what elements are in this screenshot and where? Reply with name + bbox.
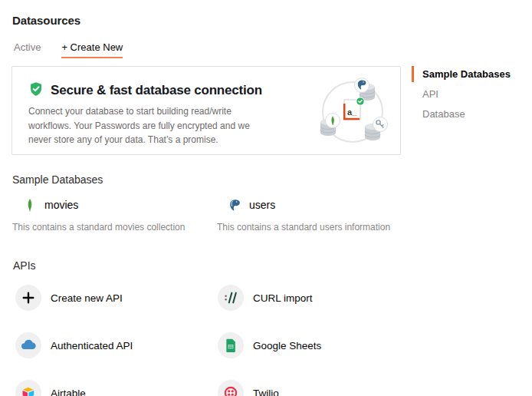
svg-text:_: _: [352, 107, 358, 116]
apis-heading: APIs: [13, 259, 36, 272]
api-item-google-sheets[interactable]: Google Sheets: [218, 332, 321, 358]
cloud-icon: [15, 332, 41, 358]
sample-db-movies[interactable]: movies This contains a standard movies c…: [12, 195, 208, 233]
sample-db-users[interactable]: users This contains a standard users inf…: [217, 195, 412, 233]
banner-heading-row: Secure & fast database connection: [28, 81, 262, 100]
sample-db-users-head: users: [217, 195, 412, 215]
sample-db-label: users: [249, 199, 275, 211]
postgresql-icon: [227, 196, 242, 213]
sample-db-description: This contains a standard movies collecti…: [12, 222, 208, 233]
sample-db-label: movies: [44, 199, 78, 211]
api-item-twilio[interactable]: Twilio: [218, 380, 279, 396]
api-item-authenticated-api[interactable]: Authenticated API: [15, 332, 133, 358]
sample-db-movies-head: movies: [12, 195, 208, 215]
tab-active[interactable]: Active: [14, 41, 41, 58]
api-item-label: Google Sheets: [253, 340, 321, 351]
tabs-bar: Active + Create New: [14, 41, 123, 58]
banner-description: Connect your database to start building …: [28, 104, 257, 147]
datasources-page: Datasources Active + Create New Secure &…: [0, 0, 532, 396]
nav-item-sample-databases[interactable]: Sample Databases: [412, 66, 532, 82]
shield-check-icon: [28, 81, 44, 100]
google-sheets-icon: [218, 332, 244, 358]
mongodb-icon: [22, 196, 38, 213]
datasource-type-nav: Sample Databases API Database: [412, 66, 532, 126]
plus-icon: [15, 285, 41, 311]
api-item-curl-import[interactable]: CURL import: [218, 285, 313, 311]
tab-create-new[interactable]: + Create New: [61, 41, 123, 58]
api-item-label: Twilio: [253, 388, 279, 396]
airtable-icon: [15, 380, 41, 396]
api-item-airtable[interactable]: Airtable: [15, 380, 86, 396]
database-connection-illustration: a _: [316, 72, 396, 152]
sample-databases-heading: Sample Databases: [12, 173, 103, 186]
page-title: Datasources: [12, 14, 80, 27]
api-item-label: Create new API: [51, 292, 123, 304]
api-item-label: Authenticated API: [51, 340, 133, 351]
banner-card: Secure & fast database connection Connec…: [11, 66, 401, 155]
twilio-icon: [218, 380, 244, 396]
sample-db-description: This contains a standard users informati…: [217, 222, 412, 233]
api-item-label: Airtable: [51, 388, 86, 396]
api-item-label: CURL import: [253, 292, 313, 304]
nav-item-database[interactable]: Database: [412, 106, 532, 122]
curl-icon: [218, 285, 244, 311]
nav-item-api[interactable]: API: [412, 86, 532, 102]
banner-heading: Secure & fast database connection: [51, 83, 262, 98]
api-item-create-new[interactable]: Create new API: [15, 285, 123, 311]
